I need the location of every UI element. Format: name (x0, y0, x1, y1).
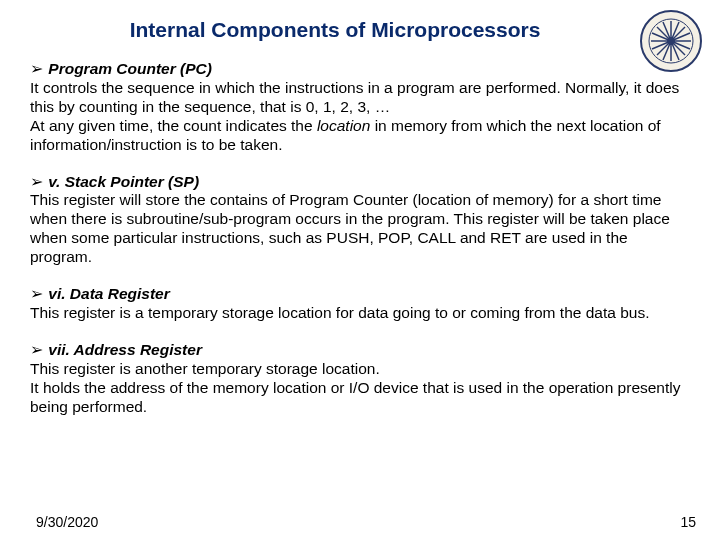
section-body: This register is a temporary storage loc… (30, 304, 692, 323)
section-data-register: ➢ vi. Data Register This register is a t… (30, 285, 692, 323)
section-heading: vii. Address Register (48, 341, 202, 358)
section-heading: Program Counter (PC) (48, 60, 212, 77)
bullet-icon: ➢ (30, 60, 44, 79)
footer-page-number: 15 (680, 514, 696, 530)
university-logo (640, 10, 702, 72)
section-heading: v. Stack Pointer (SP) (48, 173, 199, 190)
section-body: This register will store the contains of… (30, 191, 692, 267)
section-body: This register is another temporary stora… (30, 360, 692, 417)
bullet-icon: ➢ (30, 173, 44, 192)
page-title: Internal Components of Microprocessors (0, 0, 720, 42)
section-stack-pointer: ➢ v. Stack Pointer (SP) This register wi… (30, 173, 692, 268)
bullet-icon: ➢ (30, 341, 44, 360)
bullet-icon: ➢ (30, 285, 44, 304)
slide-content: ➢ Program Counter (PC) It controls the s… (0, 42, 720, 417)
svg-point-10 (667, 37, 675, 45)
section-heading: vi. Data Register (48, 285, 169, 302)
footer-date: 9/30/2020 (36, 514, 98, 530)
section-address-register: ➢ vii. Address Register This register is… (30, 341, 692, 417)
section-program-counter: ➢ Program Counter (PC) It controls the s… (30, 60, 692, 155)
section-body: It controls the sequence in which the in… (30, 79, 692, 155)
